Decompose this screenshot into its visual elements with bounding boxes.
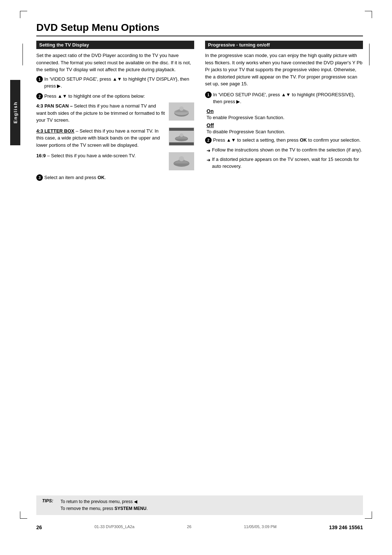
corner-mark-tr <box>365 11 372 18</box>
option-pan-scan-title: 4:3 PAN SCAN – <box>36 103 73 109</box>
main-content: Setting the TV Display Set the aspect ra… <box>36 41 363 184</box>
option-letter-box-title: 4:3 LETTER BOX <box>36 128 74 134</box>
left-section-intro: Set the aspect ratio of the DVD Player a… <box>36 52 194 73</box>
arrow-text-1: Follow the instructions shown on the TV … <box>212 146 362 154</box>
on-label: On <box>207 108 363 114</box>
option-pan-scan: 4:3 PAN SCAN – Select this if you have a… <box>36 102 194 124</box>
page-title: DVD Setup Menu Options <box>36 22 363 36</box>
svg-rect-7 <box>169 142 194 145</box>
footer-code: 139 246 15561 <box>329 524 363 530</box>
page-container: English DVD Setup Menu Options Setting t… <box>0 0 392 555</box>
widescreen-image <box>169 152 194 170</box>
svg-point-4 <box>179 106 184 111</box>
left-step-3: 3 Select an item and press OK. <box>36 174 194 181</box>
svg-rect-6 <box>169 128 194 131</box>
left-section-header: Setting the TV Display <box>36 41 194 49</box>
corner-mark-bl <box>20 511 27 519</box>
step-3-text: Select an item and press OK. <box>44 174 106 181</box>
tips-line-1: To return to the previous menu, press ◀ <box>61 498 148 505</box>
right-step-1: 1 In 'VIDEO SETUP PAGE', press ▲▼ to hig… <box>205 91 363 105</box>
tips-line-2: To remove the menu, press SYSTEM MENU. <box>61 505 148 512</box>
pan-scan-image <box>169 102 194 121</box>
edge-line-right <box>369 44 369 65</box>
option-16-9-desc: – Select this if you have a wide-screen … <box>47 153 136 158</box>
corner-mark-tl <box>20 11 27 18</box>
step-1-text: In 'VIDEO SETUP PAGE', press ▲▼ to highl… <box>44 76 194 90</box>
off-label: Off <box>207 122 363 128</box>
svg-point-14 <box>179 156 184 161</box>
arrow-icon-1: ➜ <box>207 147 211 154</box>
edge-line-left <box>23 44 23 65</box>
svg-point-10 <box>180 133 183 137</box>
arrow-text-2: If a distorted picture appears on the TV… <box>212 156 363 170</box>
step-2-text: Press ▲▼ to highlight one of the options… <box>44 93 145 100</box>
tips-content: To return to the previous menu, press ◀ … <box>61 498 148 512</box>
tips-label: TIPS: <box>42 498 53 512</box>
option-letter-box-text: 4:3 LETTER BOX – Select this if you have… <box>36 127 165 149</box>
option-16-9-title: 16:9 <box>36 153 46 158</box>
right-step-1-text: In 'VIDEO SETUP PAGE', press ▲▼ to highl… <box>213 91 363 105</box>
option-pan-scan-text: 4:3 PAN SCAN – Select this if you have a… <box>36 102 165 124</box>
right-section-header: Progressive - turning on/off <box>205 41 363 49</box>
right-section-intro: In the progressive scan mode, you can en… <box>205 52 363 88</box>
option-16-9: 16:9 – Select this if you have a wide-sc… <box>36 152 194 170</box>
option-16-9-text: 16:9 – Select this if you have a wide-sc… <box>36 152 165 159</box>
left-column: Setting the TV Display Set the aspect ra… <box>36 41 194 184</box>
sidebar-language-label: English <box>10 80 20 145</box>
arrow-point-1: ➜ Follow the instructions shown on the T… <box>207 146 363 154</box>
arrow-point-2: ➜ If a distorted picture appears on the … <box>207 156 363 170</box>
right-step-2: 2 Press ▲▼ to select a setting, then pre… <box>205 137 363 144</box>
step-2-number: 2 <box>36 93 43 100</box>
footer-date: 11/05/05, 3:09 PM <box>244 524 277 530</box>
arrow-icon-2: ➜ <box>207 157 211 164</box>
right-step-2-number: 2 <box>205 137 212 143</box>
step-3-number: 3 <box>36 174 43 181</box>
right-column: Progressive - turning on/off In the prog… <box>205 41 363 184</box>
left-step-1: 1 In 'VIDEO SETUP PAGE', press ▲▼ to hig… <box>36 76 194 90</box>
on-section: On To enable Progressive Scan function. … <box>207 108 363 134</box>
off-text: To disable Progressive Scan function. <box>207 129 363 134</box>
option-letter-box-dash: – <box>75 128 79 134</box>
footer-doc-id: 01-33 DVP3005_LA2a <box>94 524 134 530</box>
page-footer: 26 01-33 DVP3005_LA2a 26 11/05/05, 3:09 … <box>36 524 363 530</box>
corner-mark-br <box>365 511 372 519</box>
footer-center-page: 26 <box>187 524 191 530</box>
option-letter-box: 4:3 LETTER BOX – Select this if you have… <box>36 127 194 149</box>
right-step-1-number: 1 <box>205 92 212 98</box>
tips-box: TIPS: To return to the previous menu, pr… <box>36 495 363 515</box>
right-step-2-text: Press ▲▼ to select a setting, then press… <box>213 137 361 144</box>
step-1-number: 1 <box>36 76 43 82</box>
left-step-2: 2 Press ▲▼ to highlight one of the optio… <box>36 93 194 100</box>
page-number-left: 26 <box>36 524 42 530</box>
letter-box-image <box>169 127 194 146</box>
on-text: To enable Progressive Scan function. <box>207 115 363 120</box>
